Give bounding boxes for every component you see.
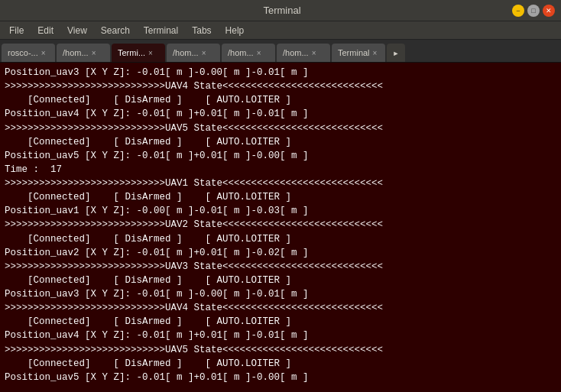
tab-4[interactable]: /hom...× (222, 44, 275, 62)
tab-close-6[interactable]: × (373, 49, 378, 57)
tab-close-2[interactable]: × (148, 49, 153, 57)
terminal-line: >>>>>>>>>>>>>>>>>>>>>>>>>>>>UAV5 State<<… (5, 121, 556, 135)
tab-5[interactable]: /hom...× (277, 44, 330, 62)
tab-label-5: /hom... (283, 48, 309, 57)
terminal-line: >>>>>>>>>>>>>>>>>>>>>>>>>>>>UAV5 State<<… (5, 343, 556, 357)
terminal-line: >>>>>>>>>>>>>>>>>>>>>>>>>>>>UAV3 State<<… (5, 260, 556, 274)
terminal-line: >>>>>>>>>>>>>>>>>>>>>>>>>>>>UAV4 State<<… (5, 79, 556, 93)
tab-2[interactable]: Termi...× (112, 44, 165, 62)
tab-close-1[interactable]: × (92, 49, 96, 57)
menu-item-view[interactable]: View (61, 24, 93, 37)
tab-1[interactable]: /hom...× (57, 44, 110, 62)
terminal-content: Position_uav3 [X Y Z]: -0.01[ m ]-0.00[ … (0, 63, 561, 392)
tab-label-4: /hom... (228, 48, 254, 57)
tab-label-2: Termi... (118, 48, 145, 57)
window-title: Terminal (52, 5, 512, 16)
tab-close-3[interactable]: × (202, 49, 206, 57)
terminal-line: Position_uav5 [X Y Z]: -0.01[ m ]+0.01[ … (5, 371, 556, 384)
menu-item-help[interactable]: Help (219, 24, 251, 37)
maximize-button[interactable]: □ (527, 5, 540, 17)
terminal-line: Position_uav2 [X Y Z]: -0.01[ m ]+0.01[ … (5, 246, 556, 260)
tab-6[interactable]: Terminal× (332, 44, 385, 62)
tab-close-0[interactable]: × (41, 49, 46, 57)
terminal-line: >>>>>>>>>>>>>>>>>>>>>>>>>>>>UAV1 State<<… (5, 177, 556, 190)
terminal-line: Position_uav1 [X Y Z]: -0.00[ m ]-0.01[ … (5, 204, 556, 218)
minimize-button[interactable]: − (512, 5, 524, 17)
tab-close-4[interactable]: × (257, 49, 261, 57)
tab-0[interactable]: rosco-...× (2, 44, 55, 62)
tab-close-5[interactable]: × (312, 49, 316, 57)
menu-item-tabs[interactable]: Tabs (186, 24, 217, 37)
terminal-line: >>>>>>>>>>>>>>>>>>>>>>>>>>>>UAV2 State<<… (5, 218, 556, 232)
menu-bar: FileEditViewSearchTerminalTabsHelp (0, 21, 561, 40)
menu-item-terminal[interactable]: Terminal (138, 24, 184, 37)
tab-label-6: Terminal (338, 48, 370, 57)
terminal-line: [Connected] [ DisArmed ] [ AUTO.LOITER ] (5, 190, 556, 204)
tab-bar: rosco-...×/hom...×Termi...×/hom...×/hom.… (0, 40, 561, 63)
terminal-line: [Connected] [ DisArmed ] [ AUTO.LOITER ] (5, 135, 556, 149)
window-controls: − □ ✕ (512, 5, 555, 17)
menu-item-search[interactable]: Search (95, 24, 136, 37)
terminal-line: Position_uav3 [X Y Z]: -0.01[ m ]-0.00[ … (5, 287, 556, 301)
title-bar: Terminal − □ ✕ (0, 0, 561, 21)
terminal-line: Position_uav4 [X Y Z]: -0.01[ m ]+0.01[ … (5, 107, 556, 121)
terminal-line: [Connected] [ DisArmed ] [ AUTO.LOITER ] (5, 232, 556, 246)
tab-label-0: rosco-... (8, 48, 38, 57)
close-button[interactable]: ✕ (543, 5, 555, 17)
terminal-line: [Connected] [ DisArmed ] [ AUTO.LOITER ] (5, 93, 556, 107)
terminal-line: >>>>>>>>>>>>>>>>>>>>>>>>>>>>UAV4 State<<… (5, 301, 556, 315)
tab-label-1: /hom... (63, 48, 89, 57)
terminal-line: [Connected] [ DisArmed ] [ AUTO.LOITER ] (5, 357, 556, 371)
menu-item-file[interactable]: File (3, 24, 30, 37)
terminal-line: [Connected] [ DisArmed ] [ AUTO.LOITER ] (5, 274, 556, 287)
terminal-line: Time : 17 (5, 163, 556, 177)
tab-3[interactable]: /hom...× (167, 44, 220, 62)
terminal-line: Position_uav5 [X Y Z]: -0.01[ m ]+0.01[ … (5, 149, 556, 163)
terminal-line: Position_uav3 [X Y Z]: -0.01[ m ]-0.00[ … (5, 66, 556, 79)
terminal-line: [Connected] [ DisArmed ] [ AUTO.LOITER ] (5, 315, 556, 329)
menu-item-edit[interactable]: Edit (31, 24, 60, 37)
tab-scroll-right[interactable]: ▸ (387, 44, 405, 62)
tab-label-3: /hom... (173, 48, 199, 57)
terminal-line: Position_uav4 [X Y Z]: -0.01[ m ]+0.01[ … (5, 329, 556, 342)
